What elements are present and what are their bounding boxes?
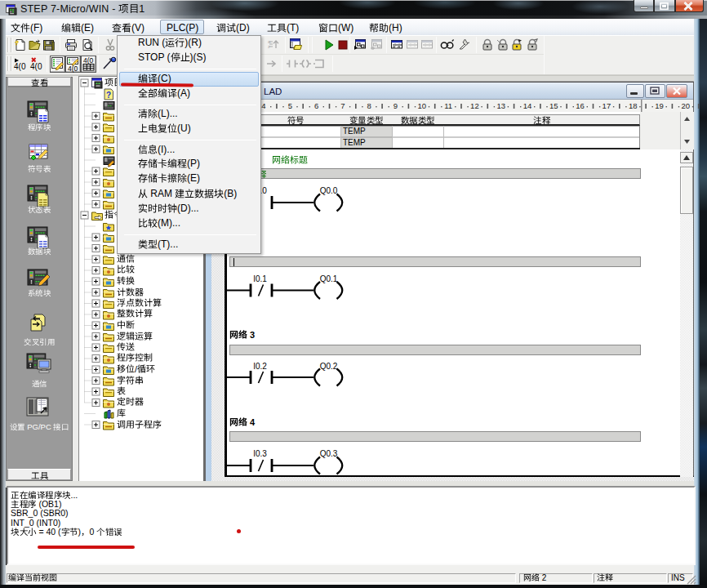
svg-text:4(0: 4(0 xyxy=(30,62,42,71)
svg-text:5: 5 xyxy=(288,101,292,110)
svg-text:7: 7 xyxy=(340,101,345,110)
svg-text:z: z xyxy=(268,44,270,49)
svg-text:8: 8 xyxy=(367,101,371,110)
svg-text:10: 10 xyxy=(418,101,427,110)
svg-text:?: ? xyxy=(106,91,111,100)
svg-text:11: 11 xyxy=(444,101,452,110)
svg-text:12: 12 xyxy=(470,101,479,110)
svg-text:13: 13 xyxy=(496,101,505,110)
svg-text:19: 19 xyxy=(655,101,664,110)
svg-text:17: 17 xyxy=(603,101,611,110)
svg-text:20: 20 xyxy=(682,101,691,110)
svg-text:14: 14 xyxy=(523,101,532,110)
svg-text:4: 4 xyxy=(261,101,265,110)
svg-text:4(0: 4(0 xyxy=(68,65,78,73)
svg-text:4(0: 4(0 xyxy=(14,62,26,71)
svg-text:15: 15 xyxy=(549,101,558,110)
svg-text:4(0: 4(0 xyxy=(83,56,94,65)
svg-text:9: 9 xyxy=(394,101,398,110)
svg-text:6: 6 xyxy=(314,101,318,110)
svg-text:18: 18 xyxy=(629,101,638,110)
svg-text:16: 16 xyxy=(576,101,585,110)
